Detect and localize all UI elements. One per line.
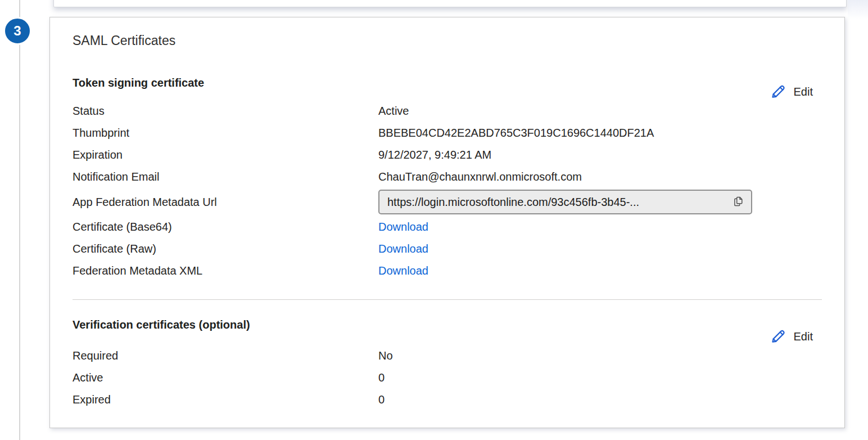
url-field-value: https://login.microsoftonline.com/93c456… [387, 196, 731, 209]
step-number: 3 [13, 23, 21, 39]
pencil-icon [770, 328, 786, 345]
saml-certificates-card: SAML Certificates Token signing certific… [49, 17, 845, 428]
federation-metadata-xml-row: Federation Metadata XML Download [73, 260, 822, 282]
expired-count-value: 0 [378, 393, 385, 406]
section-heading: Token signing certificate [73, 75, 204, 90]
section-heading: Verification certificates (optional) [73, 317, 250, 332]
row-label: Thumbprint [73, 127, 378, 140]
copy-url-button[interactable] [731, 194, 745, 210]
active-count-value: 0 [378, 371, 385, 384]
status-value: Active [378, 105, 409, 118]
download-certificate-raw-link[interactable]: Download [378, 243, 428, 255]
expired-count-row: Expired 0 [73, 389, 822, 411]
row-label: Required [73, 349, 378, 362]
certificate-base64-row: Certificate (Base64) Download [73, 216, 822, 238]
expiration-row: Expiration 9/12/2027, 9:49:21 AM [73, 144, 822, 166]
edit-verification-certificates-button[interactable]: Edit [770, 328, 813, 345]
pencil-icon [770, 83, 786, 100]
app-federation-metadata-url-field[interactable]: https://login.microsoftonline.com/93c456… [378, 190, 752, 214]
edit-token-signing-certificate-button[interactable]: Edit [770, 83, 813, 100]
row-label: App Federation Metadata Url [73, 196, 378, 209]
section-divider [73, 299, 822, 300]
copy-icon [732, 195, 744, 209]
row-label: Active [73, 371, 378, 384]
status-row: Status Active [73, 100, 822, 122]
token-signing-certificate-header: Token signing certificate Edit [73, 75, 822, 92]
row-label: Status [73, 105, 378, 118]
required-value: No [378, 349, 393, 362]
expiration-value: 9/12/2027, 9:49:21 AM [378, 149, 491, 161]
card-title: SAML Certificates [73, 32, 822, 49]
download-federation-metadata-xml-link[interactable]: Download [378, 264, 428, 277]
certificate-raw-row: Certificate (Raw) Download [73, 238, 822, 260]
previous-step-card-fragment [53, 0, 847, 7]
thumbprint-row: Thumbprint BBEBE04CD42E2ABD765C3F019C169… [73, 122, 822, 144]
download-certificate-base64-link[interactable]: Download [378, 221, 428, 234]
edit-button-label: Edit [794, 86, 813, 98]
page-background-tint [848, 0, 868, 19]
row-label: Expiration [73, 149, 378, 161]
row-label: Notification Email [73, 170, 378, 183]
thumbprint-value: BBEBE04CD42E2ABD765C3F019C1696C1440DF21A [378, 127, 654, 140]
active-count-row: Active 0 [73, 367, 822, 389]
row-label: Certificate (Base64) [73, 221, 378, 234]
app-federation-metadata-url-row: App Federation Metadata Url https://logi… [73, 188, 822, 216]
edit-button-label: Edit [794, 330, 813, 343]
step-connector-line [19, 0, 20, 440]
verification-certificates-header: Verification certificates (optional) Edi… [73, 317, 822, 334]
required-row: Required No [73, 345, 822, 367]
notification-email-row: Notification Email ChauTran@chaunxnrwl.o… [73, 166, 822, 188]
step-number-badge: 3 [3, 17, 31, 45]
row-label: Certificate (Raw) [73, 243, 378, 255]
row-label: Federation Metadata XML [73, 264, 378, 277]
notification-email-value: ChauTran@chaunxnrwl.onmicrosoft.com [378, 170, 582, 183]
row-label: Expired [73, 393, 378, 406]
